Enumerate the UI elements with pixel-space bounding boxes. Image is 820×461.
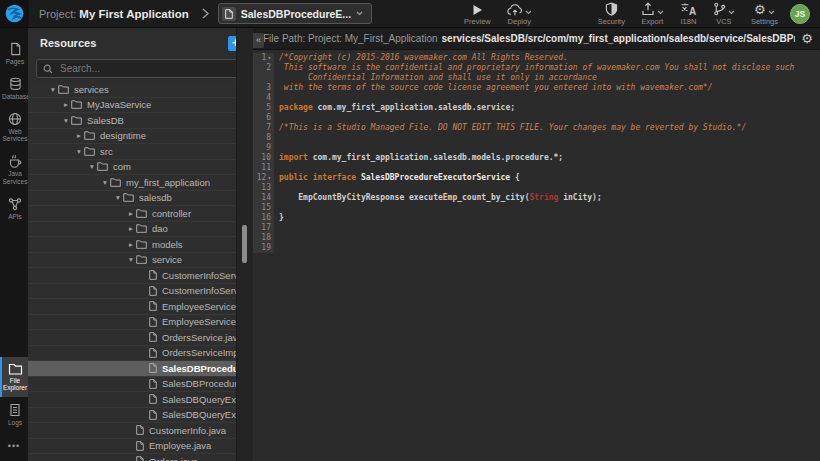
user-avatar[interactable]: JS: [790, 4, 810, 24]
sidebar-item-java-services[interactable]: Java Services: [0, 148, 28, 191]
tree-folder-row[interactable]: ▾my_first_application: [28, 175, 236, 191]
resources-panel: Resources + ▾services▸MyJavaService▾Sale…: [28, 28, 253, 461]
tree-item-label: CustomerInfoService.java: [162, 270, 236, 281]
tree-file-row[interactable]: OrdersServiceImpl.java: [28, 346, 236, 362]
tree-file-row[interactable]: EmployeeServiceImpl.java: [28, 315, 236, 331]
tree-folder-row[interactable]: ▸models: [28, 237, 236, 253]
top-bar: Project:My First Application SalesDBProc…: [0, 0, 820, 28]
open-file-dropdown[interactable]: SalesDBProcedureE...: [218, 3, 372, 24]
folder-icon: [71, 100, 82, 109]
security-icon: [605, 2, 618, 16]
tree-expand-open-icon[interactable]: ▾: [100, 179, 110, 187]
tree-file-row[interactable]: CustomerInfo.java: [28, 423, 236, 439]
preview-button[interactable]: Preview: [464, 2, 491, 26]
tree-file-row[interactable]: SalesDBProcedureExecutorServiceImpl.java: [28, 377, 236, 393]
tree-folder-row[interactable]: ▾src: [28, 144, 236, 160]
sidebar-item-file-explorer[interactable]: File Explorer: [0, 357, 28, 398]
tree-file-row[interactable]: SalesDBQueryExecutorService.java: [28, 392, 236, 408]
tree-expand-open-icon[interactable]: ▾: [126, 256, 136, 264]
tree-expand-closed-icon[interactable]: ▸: [126, 225, 136, 233]
tree-expand-open-icon[interactable]: ▾: [87, 163, 97, 171]
tree-file-row[interactable]: CustomerInfoServiceImpl.java: [28, 284, 236, 300]
deploy-button[interactable]: Deploy: [507, 2, 532, 26]
settings-button[interactable]: ⚙Settings: [751, 2, 778, 26]
tree-expand-open-icon[interactable]: ▾: [113, 194, 123, 202]
tree-file-row[interactable]: OrdersService.java: [28, 330, 236, 346]
tree-item-label: SalesDBProcedureExecutorService.java: [162, 363, 236, 374]
tree-folder-row[interactable]: ▸dao: [28, 222, 236, 238]
tree-expand-closed-icon[interactable]: ▸: [61, 101, 71, 109]
tree-folder-row[interactable]: ▸MyJavaService: [28, 98, 236, 114]
tree-expand-open-icon[interactable]: ▾: [61, 117, 71, 125]
tree-expand-open-icon[interactable]: ▾: [48, 86, 58, 94]
line-number: [253, 73, 274, 83]
fold-arrow-icon[interactable]: ▾: [267, 174, 271, 181]
tree-folder-row[interactable]: ▸designtime: [28, 129, 236, 145]
editor-settings-gear-icon[interactable]: ⚙: [801, 32, 813, 45]
code-line: 9: [253, 143, 820, 153]
tree-item-label: controller: [152, 208, 191, 219]
line-number: 18: [253, 233, 274, 243]
tree-file-row[interactable]: Orders.java: [28, 454, 236, 461]
svg-text:A: A: [689, 6, 696, 16]
code-line: 7/*This is a Studio Managed File. DO NOT…: [253, 123, 820, 133]
chevron-down-icon: [768, 10, 775, 16]
tree-file-row[interactable]: SalesDBQueryExecutorServiceImpl.java: [28, 408, 236, 424]
tree-file-row[interactable]: Employee.java: [28, 439, 236, 455]
tree-folder-row[interactable]: ▾SalesDB: [28, 113, 236, 129]
file-icon: [222, 7, 236, 21]
sidebar-item-databases[interactable]: Databases: [0, 71, 28, 106]
sidebar-item-pages[interactable]: Pages: [0, 36, 28, 71]
resources-title: Resources: [40, 37, 228, 49]
sidebar-item-logs[interactable]: Logs: [0, 397, 28, 432]
code-text: package com.my_first_application.salesdb…: [274, 103, 515, 113]
file-icon: [136, 425, 144, 435]
code-line: 16}: [253, 213, 820, 223]
tree-expand-open-icon[interactable]: ▾: [74, 148, 84, 156]
wavemaker-logo[interactable]: [0, 0, 29, 27]
wavemaker-studio: Project:My First Application SalesDBProc…: [0, 0, 820, 461]
i18n-button[interactable]: AI18N: [680, 2, 697, 26]
open-file-name: SalesDBProcedureE...: [241, 8, 351, 20]
tree-expand-closed-icon[interactable]: ▸: [126, 241, 136, 249]
tree-file-row[interactable]: SalesDBProcedureExecutorService.java: [28, 361, 236, 377]
sidebar-item-label: Pages: [2, 58, 28, 66]
sidebar-item-web-services[interactable]: Web Services: [0, 106, 28, 149]
tree-scrollbar-thumb[interactable]: [242, 225, 247, 263]
file-icon: [149, 270, 157, 280]
line-number: 5: [253, 103, 274, 113]
code-line: 4: [253, 93, 820, 103]
folder-icon: [136, 255, 147, 264]
tree-item-label: SalesDBQueryExecutorServiceImpl.java: [162, 409, 236, 420]
vcs-icon: [713, 2, 726, 16]
tree-folder-row[interactable]: ▾salesdb: [28, 191, 236, 207]
fold-arrow-icon[interactable]: ▾: [267, 54, 271, 61]
sidebar-item-apis[interactable]: APIs: [0, 191, 28, 226]
code-text: [274, 93, 279, 103]
more-menu-button[interactable]: •••: [0, 432, 28, 461]
security-button[interactable]: Security: [598, 2, 625, 26]
code-area[interactable]: 1▾/*Copyright (c) 2015-2016 wavemaker.co…: [253, 50, 820, 461]
collapse-panel-button[interactable]: «: [253, 33, 264, 48]
line-number: 6: [253, 113, 274, 123]
code-line: 11: [253, 163, 820, 173]
tree-folder-row[interactable]: ▸controller: [28, 206, 236, 222]
tree-expand-closed-icon[interactable]: ▸: [126, 210, 136, 218]
folder-icon: [97, 162, 108, 171]
tree-expand-closed-icon[interactable]: ▸: [74, 132, 84, 140]
folder-icon: [136, 240, 147, 249]
file-icon: [149, 379, 157, 389]
tree-folder-row[interactable]: ▾com: [28, 160, 236, 176]
export-button[interactable]: Export: [641, 2, 664, 26]
tree-folder-row[interactable]: ▾service: [28, 253, 236, 269]
vcs-button[interactable]: VCS: [713, 2, 735, 26]
file-icon: [149, 363, 157, 373]
search-input[interactable]: [58, 62, 238, 75]
code-text: with the terms of the source code licens…: [274, 83, 712, 93]
file-path-value: services/SalesDB/src/com/my_first_applic…: [442, 33, 796, 44]
code-text: Confidential Information and shall use i…: [274, 73, 597, 83]
tree-file-row[interactable]: CustomerInfoService.java: [28, 268, 236, 284]
tree-file-row[interactable]: EmployeeService.java: [28, 299, 236, 315]
code-text: [274, 233, 279, 243]
tree-folder-row[interactable]: ▾services: [28, 82, 236, 98]
